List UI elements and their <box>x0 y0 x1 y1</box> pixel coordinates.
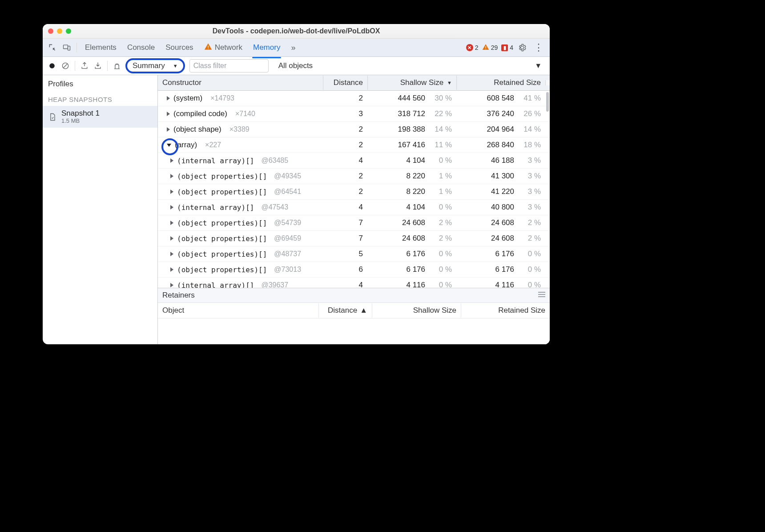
ret-col-retained[interactable]: Retained Size <box>461 303 550 318</box>
table-row[interactable]: (object shape)×33892198 38814 %204 96414… <box>158 122 550 137</box>
retained-cell: 204 96414 % <box>456 125 545 134</box>
object-id: @63485 <box>261 157 288 165</box>
disclosure-closed-icon[interactable] <box>170 252 173 256</box>
shallow-cell: 4 1160 % <box>367 281 456 288</box>
tab-network-label: Network <box>215 43 242 52</box>
constructor-name: (object properties)[] <box>177 266 267 274</box>
disclosure-closed-icon[interactable] <box>170 205 173 210</box>
col-shallow[interactable]: Shallow Size ▼ <box>367 76 456 90</box>
retained-cell: 46 1883 % <box>456 156 545 165</box>
table-rows: (system)×147932444 56030 %608 54841 %(co… <box>158 91 550 288</box>
table-row[interactable]: (object properties)[]@6454128 2201 %41 2… <box>158 184 550 200</box>
disclosure-closed-icon[interactable] <box>170 174 173 178</box>
disclosure-closed-icon[interactable] <box>167 112 170 116</box>
disclosure-closed-icon[interactable] <box>167 127 170 132</box>
snapshot-item[interactable]: Snapshot 1 1.5 MB <box>43 106 157 128</box>
svg-rect-4 <box>485 46 486 48</box>
ret-col-distance[interactable]: Distance ▲ <box>318 303 372 318</box>
divider <box>75 61 75 71</box>
object-filter-select[interactable]: All objects <box>277 61 314 70</box>
snapshot-size: 1.5 MB <box>61 118 100 124</box>
svg-line-8 <box>64 64 67 68</box>
scrollbar-thumb[interactable] <box>546 92 549 112</box>
disclosure-closed-icon[interactable] <box>170 267 173 272</box>
zoom-window-button[interactable] <box>66 28 71 34</box>
table-row[interactable]: (object properties)[]@69459724 6082 %24 … <box>158 231 550 246</box>
distance-cell: 7 <box>323 234 367 243</box>
minimize-window-button[interactable] <box>57 28 62 34</box>
disclosure-open-icon[interactable] <box>167 144 171 147</box>
record-button[interactable] <box>46 60 58 72</box>
retainers-menu-icon[interactable] <box>538 291 545 300</box>
retainers-header: Retainers <box>158 288 550 303</box>
tab-memory[interactable]: Memory <box>249 40 285 55</box>
close-window-button[interactable] <box>48 28 53 34</box>
tab-elements[interactable]: Elements <box>81 40 121 55</box>
divider <box>107 61 108 71</box>
warnings-counter[interactable]: 29 <box>482 44 498 52</box>
table-row[interactable]: (internal array)[]@6348544 1040 %46 1883… <box>158 153 550 169</box>
ret-col-object[interactable]: Object <box>158 303 318 318</box>
errors-counter[interactable]: ✕ 2 <box>466 44 479 51</box>
constructor-name: (object properties)[] <box>177 219 267 227</box>
shallow-cell: 8 2201 % <box>367 172 456 181</box>
disclosure-closed-icon[interactable] <box>170 283 173 287</box>
shallow-cell: 24 6082 % <box>367 234 456 243</box>
ret-col-shallow[interactable]: Shallow Size <box>372 303 461 318</box>
table-row[interactable]: (system)×147932444 56030 %608 54841 % <box>158 91 550 106</box>
filter-dropdown-icon[interactable]: ▼ <box>533 60 544 72</box>
instance-count: ×3389 <box>230 125 250 133</box>
tab-more[interactable]: » <box>286 40 300 55</box>
warning-icon <box>204 43 212 53</box>
constructor-name: (object properties)[] <box>177 250 267 258</box>
view-mode-select[interactable]: Summary ▼ <box>125 58 185 73</box>
issues-counter[interactable]: ▮ 4 <box>501 44 513 51</box>
chevron-down-icon: ▼ <box>173 63 178 69</box>
table-row[interactable]: (compiled code)×71403318 71222 %376 2402… <box>158 106 550 122</box>
error-icon: ✕ <box>466 44 473 51</box>
tab-network[interactable]: Network <box>200 40 247 56</box>
constructor-name: (object properties)[] <box>177 234 267 243</box>
issues-count: 4 <box>510 44 513 51</box>
table-row[interactable]: (object properties)[]@4873756 1760 %6 17… <box>158 246 550 262</box>
memory-body: Profiles HEAP SNAPSHOTS Snapshot 1 1.5 M… <box>43 75 550 344</box>
settings-icon[interactable] <box>515 41 529 54</box>
class-filter-input[interactable] <box>189 59 269 73</box>
shallow-cell: 6 1760 % <box>367 265 456 274</box>
disclosure-closed-icon[interactable] <box>170 236 173 241</box>
view-mode-label: Summary <box>133 61 165 70</box>
table-row[interactable]: (object properties)[]@54739724 6082 %24 … <box>158 215 550 231</box>
export-icon[interactable] <box>79 60 90 72</box>
warning-icon <box>482 44 489 52</box>
table-row[interactable]: (object properties)[]@4934528 2201 %41 3… <box>158 169 550 184</box>
object-id: @49345 <box>274 172 301 180</box>
table-row[interactable]: (object properties)[]@7301366 1760 %6 17… <box>158 262 550 278</box>
table-row[interactable]: (array)×2272167 41611 %268 84018 % <box>158 137 550 153</box>
constructor-name: (internal array)[] <box>177 203 254 212</box>
disclosure-closed-icon[interactable] <box>170 221 173 225</box>
divider <box>76 43 77 52</box>
col-retained[interactable]: Retained Size <box>456 76 545 90</box>
tab-console[interactable]: Console <box>123 40 159 55</box>
more-options-icon[interactable]: ⋮ <box>531 43 546 52</box>
table-row[interactable]: (internal array)[]@3963744 1160 %4 1160 … <box>158 278 550 288</box>
disclosure-closed-icon[interactable] <box>167 96 170 101</box>
device-toolbar-icon[interactable] <box>60 41 73 54</box>
retainers-title: Retainers <box>162 291 195 300</box>
import-icon[interactable] <box>92 60 104 72</box>
col-constructor[interactable]: Constructor <box>158 76 323 90</box>
shallow-cell: 4 1040 % <box>367 203 456 212</box>
table-row[interactable]: (internal array)[]@4754344 1040 %40 8003… <box>158 200 550 215</box>
constructor-name: (compiled code) <box>173 109 227 118</box>
snapshot-file-icon <box>48 112 57 121</box>
tab-sources[interactable]: Sources <box>161 40 197 55</box>
col-distance[interactable]: Distance <box>323 76 367 90</box>
heap-snapshots-header: HEAP SNAPSHOTS <box>43 93 157 106</box>
svg-point-6 <box>49 63 55 69</box>
clear-button[interactable] <box>60 60 71 72</box>
disclosure-closed-icon[interactable] <box>170 189 173 194</box>
gc-icon[interactable] <box>111 60 123 72</box>
disclosure-closed-icon[interactable] <box>170 158 173 163</box>
inspect-element-icon[interactable] <box>46 41 59 54</box>
constructor-name: (object properties)[] <box>177 188 267 196</box>
